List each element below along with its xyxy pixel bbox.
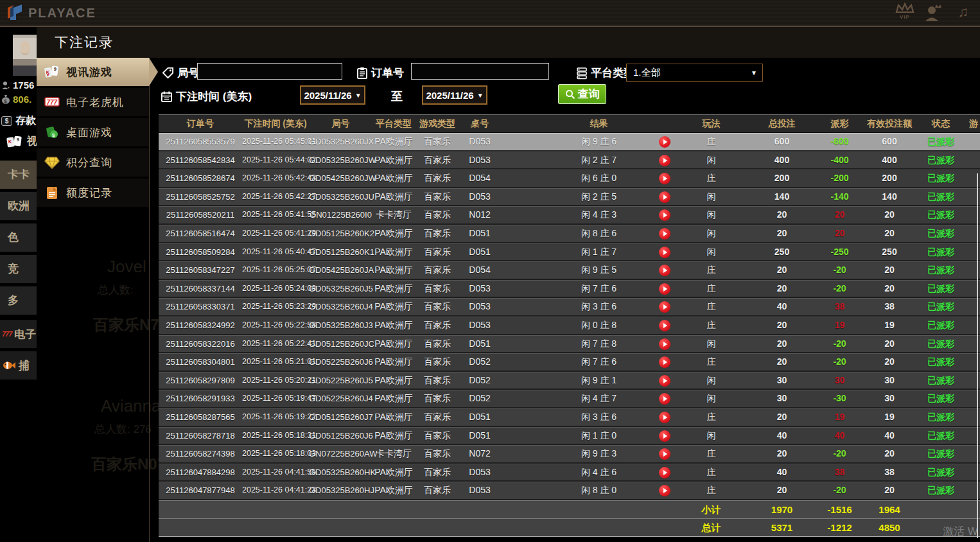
table-row[interactable]: 2511260585286742025-11-26 05:42:43GD0542… — [159, 170, 980, 188]
replay-button[interactable] — [659, 283, 670, 295]
page-title: 下注记录 — [55, 27, 980, 58]
replay-button[interactable] — [659, 412, 670, 423]
date-from-picker[interactable]: 2025/11/26 ▼ — [300, 85, 365, 105]
sidebar-item-fishing[interactable]: 捕 — [0, 351, 37, 380]
search-button-label: 查询 — [578, 87, 600, 101]
replay-button[interactable] — [659, 320, 670, 331]
replay-button[interactable] — [659, 191, 670, 203]
replay-button[interactable] — [659, 228, 670, 240]
cell-total_bet: 40 — [748, 299, 816, 315]
cell-table_no: D051 — [460, 428, 500, 444]
replay-button[interactable] — [659, 467, 670, 478]
table-row[interactable]: 2511260582743982025-11-26 05:18:03GN0722… — [159, 445, 980, 464]
sidebar-item-category[interactable]: 多 — [0, 286, 37, 315]
sidebar-item-slots[interactable]: 777 电子 — [0, 320, 37, 348]
replay-button[interactable] — [659, 356, 670, 368]
subtotal-row-payout: -1516 — [816, 501, 864, 519]
table-row[interactable]: 2511260582787182025-11-26 05:18:31GD0512… — [159, 427, 980, 446]
replay-button[interactable] — [659, 430, 670, 442]
tab-video-games[interactable]: K♥9视讯游戏 — [37, 58, 149, 86]
cell-order_id: 251126058304801 — [159, 354, 242, 371]
platform-type-select[interactable]: 1.全部 ▼ — [626, 64, 763, 82]
replay-button[interactable] — [659, 136, 670, 148]
replay-button[interactable] — [659, 265, 670, 276]
video-games-nav-partial[interactable]: K 9 视 — [6, 135, 37, 148]
table-row[interactable]: 2511260583249922025-11-26 05:22:58GD0532… — [159, 317, 980, 335]
subtotal-row-table_no — [460, 501, 500, 519]
replay-button[interactable] — [659, 173, 670, 184]
subtotal-row-play_type: 小计 — [674, 501, 748, 519]
replay-button[interactable] — [659, 301, 670, 313]
grand-total-row: 总计5371-12124850 — [159, 518, 980, 537]
grand-total-row-game_type — [415, 519, 460, 536]
table-row[interactable]: 2511260585257522025-11-26 05:42:27GD0532… — [159, 188, 980, 207]
cell-result: 闲 6 庄 0 — [543, 170, 655, 187]
tab-slots[interactable]: 777电子老虎机 — [37, 88, 149, 116]
vip-user-icon[interactable] — [923, 4, 943, 24]
cell-order_id: 251126058516474 — [159, 225, 242, 242]
cell-play_type: 庄 — [674, 482, 748, 499]
replay-button[interactable] — [659, 247, 670, 258]
cell-total_bet: 200 — [748, 170, 816, 187]
user-avatar[interactable] — [13, 35, 37, 76]
tab-credit-records[interactable]: 额度记录 — [37, 179, 149, 207]
deposit-label: 存款 — [15, 114, 36, 128]
replay-button[interactable] — [659, 448, 670, 460]
tab-points-query[interactable]: 积分查询 — [37, 148, 149, 177]
cell-valid_bet: 250 — [864, 244, 915, 261]
table-row[interactable]: 2511260585428342025-11-26 05:44:02GD0532… — [159, 152, 980, 170]
date-to-picker[interactable]: 2025/11/26 ▼ — [422, 85, 487, 105]
table-row[interactable]: 2511260582978092025-11-26 05:20:21GD0522… — [159, 372, 980, 390]
table-row[interactable]: 2511260583220162025-11-26 05:22:41GD0512… — [159, 335, 980, 354]
sidebar-item-category[interactable]: 卡卡 — [0, 161, 37, 189]
cell-platform: PA欧洲厅 — [372, 244, 415, 261]
table-row[interactable]: 2511260583371442025-11-26 05:24:08GD0532… — [159, 280, 980, 299]
cell-result: 闲 9 庄 3 — [543, 446, 655, 462]
order-id-input[interactable] — [411, 63, 549, 80]
table-row[interactable]: 2511260582919332025-11-26 05:19:47GD0522… — [159, 390, 980, 408]
table-row[interactable]: 2511260583048012025-11-26 05:21:01GD0522… — [159, 353, 980, 372]
table-row[interactable]: 2511260585202112025-11-26 05:41:55GN0122… — [159, 206, 980, 225]
cell-result: 闲 1 庄 7 — [543, 244, 655, 261]
brand-logo[interactable]: PLAYACE — [6, 3, 96, 22]
cell-table_no: D053 — [460, 317, 500, 334]
replay-button[interactable] — [659, 485, 670, 496]
table-row[interactable]: 2511260583472272025-11-26 05:25:07GD0542… — [159, 261, 980, 280]
cell-platform: PA欧洲厅 — [372, 189, 415, 205]
table-row[interactable]: 2511260583303712025-11-26 05:23:29GD0532… — [159, 298, 980, 317]
replay-button[interactable] — [659, 155, 670, 166]
table-row[interactable]: 2511260582875652025-11-26 05:19:22GD0512… — [159, 408, 980, 427]
table-row[interactable]: 2511260478842982025-11-26 04:41:55GD0532… — [159, 464, 980, 482]
replay-button[interactable] — [659, 375, 670, 387]
cell-total_bet: 20 — [748, 336, 816, 353]
table-row[interactable]: 2511260585535792025-11-26 05:45:01GD0532… — [159, 133, 980, 152]
tab-table-games[interactable]: $桌面游戏 — [37, 118, 149, 146]
cell-result: 闲 9 庄 6 — [543, 134, 655, 150]
sidebar-item-category[interactable]: 色 — [0, 223, 37, 252]
vip-icon[interactable]: VIP — [894, 3, 916, 20]
music-icon[interactable]: ♫ — [958, 3, 969, 22]
slot-777-icon: 777 — [44, 96, 60, 109]
search-button[interactable]: 查询 — [558, 84, 606, 104]
sidebar-item-category[interactable]: 欧洲 — [0, 192, 37, 220]
cell-round_id: GD05225B260J5 — [309, 372, 372, 389]
replay-button[interactable] — [659, 338, 670, 350]
table-row[interactable]: 2511260585092842025-11-26 05:40:47GD0512… — [159, 243, 980, 262]
sidebar-item-category[interactable]: 竞 — [0, 255, 37, 283]
cell-play — [655, 152, 674, 169]
cell-order_id: 251126058509284 — [159, 244, 242, 261]
cell-valid_bet: 400 — [864, 152, 915, 169]
cell-payout: -30 — [816, 390, 864, 407]
table-row[interactable]: 2511260478779482025-11-26 04:41:23GD0532… — [159, 482, 980, 500]
table-scrollbar[interactable] — [977, 173, 978, 538]
cell-valid_bet: 20 — [864, 262, 915, 279]
replay-button[interactable] — [659, 393, 670, 405]
cell-spacer — [500, 317, 543, 334]
col-header-table_no: 桌号 — [460, 115, 500, 132]
deposit-button[interactable]: $ 存款 — [1, 114, 36, 128]
cell-payout: -250 — [816, 244, 864, 261]
cell-game_type: 百家乐 — [415, 189, 460, 205]
table-row[interactable]: 2511260585164742025-11-26 05:41:29GD0512… — [159, 225, 980, 243]
replay-button[interactable] — [659, 209, 670, 221]
round-id-input[interactable] — [197, 63, 342, 80]
